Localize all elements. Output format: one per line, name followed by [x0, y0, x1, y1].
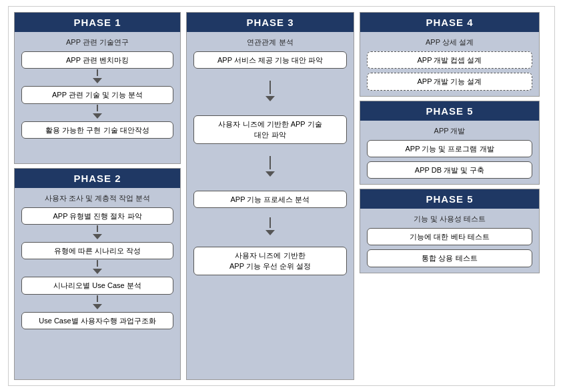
phase2-item-3: 시나리오별 Use Case 분석	[21, 277, 173, 294]
phase1-content: APP 관련 기술연구 APP 관련 벤치마킹 APP 관련 기술 및 기능 분…	[15, 32, 180, 144]
phase5a-item-2: APP DB 개발 및 구축	[367, 161, 532, 179]
phase1-block: PHASE 1 APP 관련 기술연구 APP 관련 벤치마킹 APP 관련 기…	[14, 12, 181, 164]
phase4-item-1: APP 개발 컵셉 설계	[367, 51, 532, 69]
phase4-header: PHASE 4	[360, 13, 539, 32]
phase2-header: PHASE 2	[15, 169, 180, 188]
phase5a-header: PHASE 5	[360, 101, 539, 121]
arrow-5	[93, 295, 102, 311]
phase3-item-1: APP 서비스 제공 기능 대안 파악	[193, 51, 347, 69]
phase2-content: 사용자 조사 및 계층적 작업 분석 APP 유형별 진행 절차 파악 유형에 …	[15, 188, 180, 335]
phase5a-block: PHASE 5 APP 개발 APP 기능 및 프로그램 개발 APP DB 개…	[360, 101, 540, 185]
phase2-item-1: APP 유형별 진행 절차 파악	[21, 207, 173, 225]
phase3-item-2: 사용자 니즈에 기반한 APP 기술대안 파악	[193, 115, 347, 144]
phase4-block: PHASE 4 APP 상세 설계 APP 개발 컵셉 설계 APP 개발 기능…	[360, 12, 540, 97]
phase5a-item-1: APP 기능 및 프로그램 개발	[367, 140, 532, 157]
phase3-subtitle: 연관관계 분석	[247, 37, 293, 47]
column-1: PHASE 1 APP 관련 기술연구 APP 관련 벤치마킹 APP 관련 기…	[14, 12, 181, 380]
phase3-item-4: 사용자 니즈에 기반한APP 기능 우선 순위 설정	[193, 247, 347, 275]
arrow-7	[265, 156, 275, 179]
phase5b-subtitle: 기능 및 사용성 테스트	[414, 214, 486, 224]
arrow-6	[265, 81, 275, 103]
phase2-item-2: 유형에 따른 시나리오 작성	[21, 242, 173, 259]
arrow-1	[93, 69, 102, 85]
diagram: PHASE 1 APP 관련 기술연구 APP 관련 벤치마킹 APP 관련 기…	[8, 6, 555, 386]
arrow-3	[93, 225, 102, 241]
phase5a-content: APP 개발 APP 기능 및 프로그램 개발 APP DB 개발 및 구축	[360, 121, 539, 185]
phase5b-item-2: 통합 상용 테스트	[367, 249, 532, 267]
phase1-subtitle: APP 관련 기술연구	[66, 37, 129, 47]
phase5a-subtitle: APP 개발	[434, 126, 466, 136]
phase5b-header: PHASE 5	[360, 189, 539, 209]
phase5b-content: 기능 및 사용성 테스트 기능에 대한 베타 테스트 통합 상용 테스트	[360, 209, 539, 273]
phase2-block: PHASE 2 사용자 조사 및 계층적 작업 분석 APP 유형별 진행 절차…	[14, 168, 181, 380]
phase1-header: PHASE 1	[15, 13, 180, 32]
arrow-2	[93, 105, 102, 121]
arrow-8	[265, 217, 275, 237]
phase5b-block: PHASE 5 기능 및 사용성 테스트 기능에 대한 베타 테스트 통합 상용…	[360, 189, 540, 273]
phase1-item-3: 활용 가능한 구현 기술 대안작성	[21, 121, 173, 139]
column-2: PHASE 3 연관관계 분석 APP 서비스 제공 기능 대안 파악 사용자 …	[186, 12, 354, 380]
phase4-content: APP 상세 설계 APP 개발 컵셉 설계 APP 개발 기능 설계	[360, 32, 539, 96]
phase3-content: 연관관계 분석 APP 서비스 제공 기능 대안 파악 사용자 니즈에 기반한 …	[187, 32, 354, 379]
column-3: PHASE 4 APP 상세 설계 APP 개발 컵셉 설계 APP 개발 기능…	[360, 12, 540, 380]
phase1-item-1: APP 관련 벤치마킹	[21, 51, 173, 69]
phase4-subtitle: APP 상세 설계	[426, 37, 474, 47]
arrow-4	[93, 260, 102, 276]
phase3-header: PHASE 3	[187, 13, 354, 32]
phase2-subtitle: 사용자 조사 및 계층적 작업 분석	[45, 193, 150, 203]
phase3-item-3: APP 기능 프로세스 분석	[193, 191, 347, 208]
phase5b-item-1: 기능에 대한 베타 테스트	[367, 228, 532, 245]
phase4-item-2: APP 개발 기능 설계	[367, 73, 532, 90]
phase3-block: PHASE 3 연관관계 분석 APP 서비스 제공 기능 대안 파악 사용자 …	[186, 12, 354, 380]
phase1-item-2: APP 관련 기술 및 기능 분석	[21, 86, 173, 103]
phase2-item-4: Use Case별 사용자수행 과업구조화	[21, 312, 173, 329]
